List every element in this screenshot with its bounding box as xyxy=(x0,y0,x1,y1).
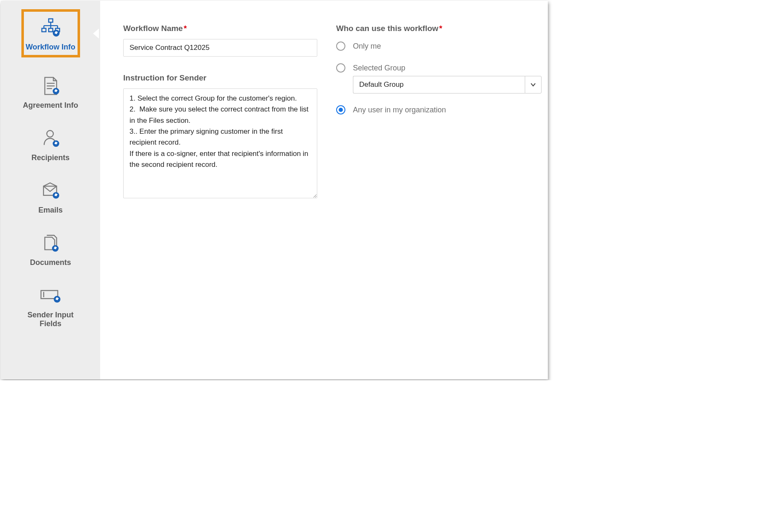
sidebar-item-label: Recipients xyxy=(31,153,70,162)
workflow-name-input[interactable] xyxy=(123,39,317,57)
svg-rect-6 xyxy=(41,29,46,32)
group-select-value: Default Group xyxy=(353,76,525,93)
instruction-label-text: Instruction for Sender xyxy=(123,73,206,82)
workflow-info-icon xyxy=(39,16,62,39)
who-can-use-label-text: Who can use this workflow xyxy=(336,24,438,33)
sidebar-item-label: Sender Input Fields xyxy=(21,311,80,328)
agreement-info-icon xyxy=(39,74,62,98)
group-select[interactable]: Default Group xyxy=(353,76,542,93)
radio-icon xyxy=(336,63,345,73)
group-select-dropdown-button[interactable] xyxy=(525,76,542,93)
sidebar-item-sender-input-fields[interactable]: Sender Input Fields xyxy=(21,284,80,328)
radio-only-me[interactable]: Only me xyxy=(336,42,542,51)
sidebar-item-recipients[interactable]: Recipients xyxy=(21,127,80,162)
emails-icon xyxy=(39,179,62,202)
sidebar-item-emails[interactable]: Emails xyxy=(21,179,80,215)
workflow-name-label: Workflow Name* xyxy=(123,24,317,33)
main-panel: Workflow Name* Instruction for Sender Wh… xyxy=(100,1,548,379)
svg-rect-7 xyxy=(49,29,53,32)
documents-icon xyxy=(39,231,62,255)
sidebar-item-workflow-info[interactable]: Workflow Info xyxy=(21,9,80,57)
radio-label: Only me xyxy=(353,42,381,51)
svg-point-14 xyxy=(47,130,53,137)
radio-label: Selected Group xyxy=(353,64,405,73)
workflow-editor: Workflow Info Agreement Info xyxy=(1,1,548,379)
svg-rect-0 xyxy=(49,19,53,22)
sidebar-item-documents[interactable]: Documents xyxy=(21,231,80,267)
sidebar-item-label: Workflow Info xyxy=(26,43,75,52)
recipients-icon xyxy=(39,127,62,150)
radio-icon xyxy=(336,42,345,51)
sidebar: Workflow Info Agreement Info xyxy=(1,1,100,379)
radio-any-user[interactable]: Any user in my organization xyxy=(336,105,542,114)
radio-label: Any user in my organization xyxy=(353,106,446,114)
sidebar-item-label: Emails xyxy=(38,206,62,215)
chevron-down-icon xyxy=(530,81,537,88)
radio-icon xyxy=(336,105,345,114)
sidebar-item-label: Documents xyxy=(30,258,71,267)
sender-input-fields-icon xyxy=(39,284,62,307)
workflow-name-label-text: Workflow Name xyxy=(123,24,183,33)
sidebar-item-label: Agreement Info xyxy=(23,101,78,110)
who-can-use-label: Who can use this workflow* xyxy=(336,24,542,33)
required-asterisk: * xyxy=(439,24,442,33)
instruction-textarea[interactable] xyxy=(123,88,317,198)
sidebar-item-agreement-info[interactable]: Agreement Info xyxy=(21,74,80,110)
instruction-label: Instruction for Sender xyxy=(123,73,317,83)
right-column: Who can use this workflow* Only me Selec… xyxy=(336,24,542,367)
radio-selected-group[interactable]: Selected Group xyxy=(336,63,542,73)
required-asterisk: * xyxy=(184,24,187,33)
left-column: Workflow Name* Instruction for Sender xyxy=(123,24,317,367)
